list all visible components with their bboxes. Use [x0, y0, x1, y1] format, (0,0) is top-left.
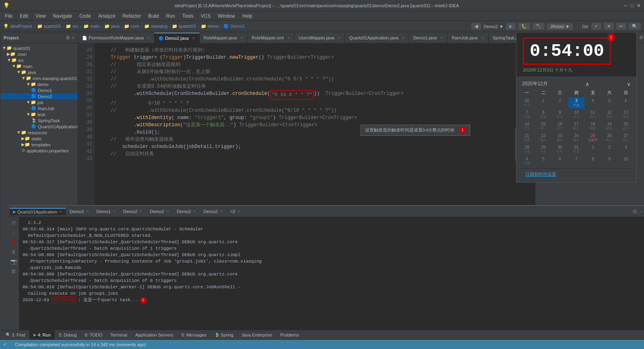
cal-day[interactable]: 14三十	[519, 121, 535, 132]
close-icon[interactable]: ✕	[237, 209, 240, 214]
btm-tab-debug[interactable]: 5: Debug	[55, 330, 81, 340]
nav-xiaoqing[interactable]: 📁 xiaoqing	[144, 24, 167, 29]
menu-window[interactable]: Window	[215, 12, 238, 20]
event-log-settings-icon[interactable]: ⚙	[639, 35, 643, 40]
run-tab-eq2[interactable]: =2 ✕	[227, 208, 244, 215]
cal-day[interactable]: 16初二	[552, 121, 568, 132]
cal-day[interactable]: 24初十	[568, 132, 584, 144]
cal-day[interactable]: 15初一	[535, 121, 551, 132]
cal-day[interactable]: 4	[585, 97, 601, 109]
run-btn[interactable]: ▶	[506, 23, 516, 30]
tree-com-xiaoqing[interactable]: ▼📁 com.xiaoqing.quartz01	[0, 75, 78, 81]
pause-btn[interactable]: ⏸	[10, 248, 18, 256]
cal-day[interactable]: 2	[601, 144, 617, 155]
stop-btn[interactable]: ■	[10, 238, 18, 246]
close-icon[interactable]: ✕	[481, 36, 484, 40]
close-icon[interactable]: ✕	[59, 209, 62, 214]
close-icon[interactable]: ✕	[113, 209, 116, 214]
build-btn[interactable]: 🔨	[533, 23, 545, 30]
close-icon[interactable]: ✕	[166, 209, 169, 214]
btm-tab-messages[interactable]: 0: Messages	[178, 330, 211, 340]
cal-day[interactable]: 4小雪	[519, 156, 535, 167]
cal-day-holiday[interactable]: 25全国节	[585, 132, 601, 144]
tree-tesk[interactable]: ▼📁 tesk	[0, 111, 78, 117]
run-tab-demo2-4[interactable]: Demo2 ✕	[173, 208, 199, 215]
btm-tab-spring[interactable]: 🍃 Spring	[211, 330, 237, 340]
nav-java[interactable]: 📁 java	[104, 24, 119, 29]
back-btn[interactable]: ◀	[471, 23, 481, 30]
run-tab-demo2-1[interactable]: Demo2 ✕	[66, 208, 92, 215]
close-icon[interactable]: ✕	[86, 209, 89, 214]
cal-day[interactable]: 6	[618, 97, 634, 109]
scroll-down-btn[interactable]: ↓	[10, 228, 18, 236]
cal-day[interactable]: 28十四	[519, 144, 535, 155]
close-icon[interactable]: ✕	[287, 36, 290, 40]
cal-day[interactable]: 30十六	[519, 97, 535, 109]
nav-ideaproject[interactable]: 💡 ideaProject	[3, 24, 32, 29]
tab-quartz01app[interactable]: Quartz01Application.java ✕	[345, 33, 409, 43]
menu-tools[interactable]: Tools	[179, 12, 197, 20]
cal-next-btn[interactable]: ∨	[627, 81, 631, 87]
settings-icon[interactable]: ⚙	[632, 208, 638, 215]
run-tab-quartz01app[interactable]: ▶ Quartz01Application ✕	[10, 208, 66, 215]
cal-day[interactable]: 11廿八	[585, 109, 601, 120]
cal-day-today[interactable]: 3十九	[568, 97, 584, 109]
search-btn[interactable]: 🔍	[629, 23, 641, 30]
tree-resources[interactable]: ▼📁 resources	[0, 129, 78, 135]
menu-analyze[interactable]: Analyze	[95, 12, 119, 20]
nav-com[interactable]: 📁 com	[124, 24, 139, 29]
run-tab-demo1[interactable]: Demo1 ✕	[93, 208, 119, 215]
cal-day[interactable]: 31元旦	[568, 144, 584, 155]
menu-edit[interactable]: Edit	[17, 12, 31, 20]
tree-static[interactable]: ▶📁 static	[0, 135, 78, 142]
close-icon[interactable]: ✕	[193, 209, 196, 214]
restart-btn[interactable]: ↺	[10, 219, 18, 227]
close-icon[interactable]: ✕	[139, 209, 142, 214]
cal-day[interactable]: 7大雪	[519, 109, 535, 120]
btm-tab-find[interactable]: 🔍 3: Find	[2, 330, 29, 340]
cal-day[interactable]: 10	[618, 156, 634, 167]
cal-day[interactable]: 9廿五	[552, 109, 568, 120]
snapshot-btn[interactable]: 📷	[10, 257, 18, 265]
git-undo[interactable]: ↩	[616, 23, 626, 30]
cal-day[interactable]: 8廿四	[535, 109, 551, 120]
cal-day[interactable]: 12廿九	[601, 109, 617, 120]
cal-day[interactable]: 29十五	[535, 144, 551, 155]
tab-ramjob[interactable]: RamJob.java ✕	[448, 33, 488, 43]
menu-help[interactable]: Help	[239, 12, 256, 20]
menu-build[interactable]: Build	[145, 12, 162, 20]
run-tab-demo2-3[interactable]: Demo2 ✕	[147, 208, 172, 215]
tab-demo2[interactable]: 🔵 Demo2.java ✕	[155, 33, 200, 43]
close-icon[interactable]: ✕	[147, 36, 150, 40]
menu-file[interactable]: File	[2, 12, 16, 20]
tree-demo2[interactable]: 🔵 Demo2	[0, 93, 78, 99]
nav-demo2[interactable]: 🔵 Demo2	[223, 24, 245, 29]
close-icon[interactable]: ✕	[192, 36, 195, 41]
cal-day[interactable]: 19初五	[601, 121, 617, 132]
cal-day[interactable]: 8	[585, 156, 601, 167]
btm-tab-todo[interactable]: 6: TODO	[81, 330, 107, 340]
tab-users-mapper[interactable]: UsersMapper.java ✕	[295, 33, 345, 43]
cal-day[interactable]: 30十六	[552, 144, 568, 155]
jrebel-btn[interactable]: JRebel ▼	[547, 23, 573, 30]
close-icon[interactable]: ✕	[240, 36, 243, 40]
menu-code[interactable]: Code	[76, 12, 94, 20]
tab-role-mapper[interactable]: RoleMapper.java ✕	[200, 33, 248, 43]
close-icon[interactable]: ✕	[440, 36, 443, 40]
cal-day[interactable]: 9	[601, 156, 617, 167]
menu-refactor[interactable]: Refactor	[120, 12, 144, 20]
cal-day[interactable]: 27初三	[618, 132, 634, 144]
cal-day[interactable]: 2	[552, 97, 568, 109]
tree-demo1[interactable]: 🔵 Demo1	[0, 87, 78, 93]
cal-day[interactable]: 6	[552, 156, 568, 167]
nav-quartz01-2[interactable]: 📁 quartz01	[172, 24, 196, 29]
tree-app-properties[interactable]: ⚙ application.properties	[0, 148, 78, 154]
cal-day[interactable]: 1	[535, 97, 551, 109]
tree-job[interactable]: ▼📁 job	[0, 99, 78, 105]
tab-permission-role-mapper[interactable]: 📄 PermissionRoleMapper.java ✕	[78, 33, 155, 43]
date-time-settings-link[interactable]: 日期和时间设置	[522, 170, 559, 178]
menu-view[interactable]: View	[32, 12, 49, 20]
cal-day[interactable]: 20初六	[618, 121, 634, 132]
cal-day[interactable]: 3	[618, 144, 634, 155]
cal-day[interactable]: 22初八	[535, 132, 551, 144]
